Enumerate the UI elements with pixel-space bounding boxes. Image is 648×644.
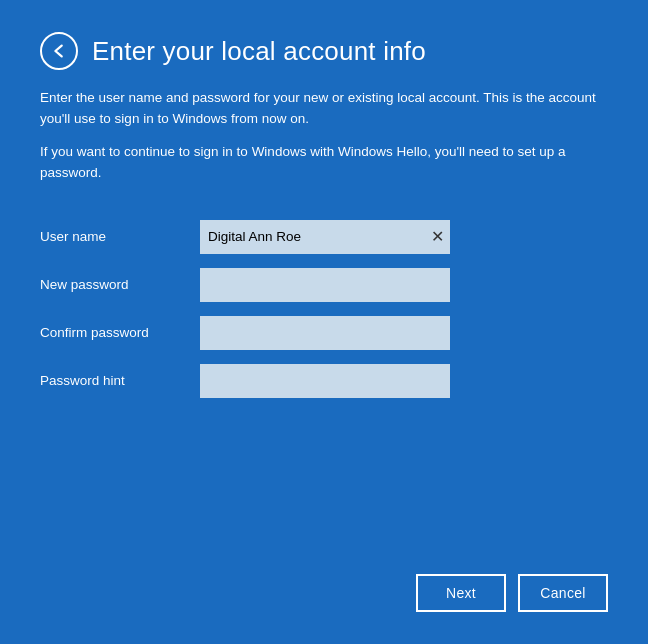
confirm-password-input-wrapper — [200, 316, 450, 350]
password-hint-input-wrapper — [200, 364, 450, 398]
new-password-row: New password — [40, 268, 608, 302]
password-hint-input[interactable] — [200, 364, 450, 398]
username-input[interactable] — [200, 220, 450, 254]
confirm-password-label: Confirm password — [40, 325, 200, 340]
username-label: User name — [40, 229, 200, 244]
description-line1: Enter the user name and password for you… — [40, 88, 608, 130]
new-password-label: New password — [40, 277, 200, 292]
confirm-password-row: Confirm password — [40, 316, 608, 350]
header: Enter your local account info — [40, 32, 608, 70]
next-button[interactable]: Next — [416, 574, 506, 612]
back-button[interactable] — [40, 32, 78, 70]
cancel-button[interactable]: Cancel — [518, 574, 608, 612]
new-password-input[interactable] — [200, 268, 450, 302]
page-title: Enter your local account info — [92, 36, 426, 67]
description: Enter the user name and password for you… — [40, 88, 608, 196]
clear-username-button[interactable]: ✕ — [431, 229, 444, 245]
new-password-input-wrapper — [200, 268, 450, 302]
page-container: Enter your local account info Enter the … — [0, 0, 648, 644]
description-line2: If you want to continue to sign in to Wi… — [40, 142, 608, 184]
username-input-wrapper: ✕ — [200, 220, 450, 254]
username-row: User name ✕ — [40, 220, 608, 254]
password-hint-label: Password hint — [40, 373, 200, 388]
password-hint-row: Password hint — [40, 364, 608, 398]
confirm-password-input[interactable] — [200, 316, 450, 350]
form-section: User name ✕ New password Confirm passwor… — [40, 220, 608, 412]
footer-buttons: Next Cancel — [416, 574, 608, 612]
